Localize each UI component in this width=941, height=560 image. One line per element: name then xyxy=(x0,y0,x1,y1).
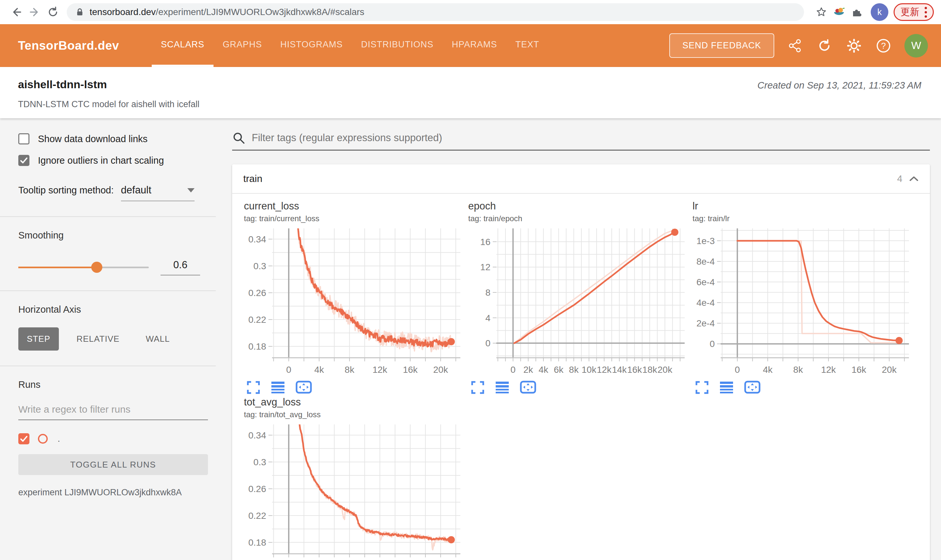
tab-text[interactable]: TEXT xyxy=(506,24,548,67)
forward-icon[interactable] xyxy=(26,3,44,21)
search-icon xyxy=(232,131,245,145)
settings-gear-icon[interactable] xyxy=(845,37,862,54)
fit-domain-icon[interactable] xyxy=(296,381,312,394)
extension-fruit-icon[interactable] xyxy=(830,3,848,21)
smoothing-value[interactable]: 0.6 xyxy=(160,259,200,275)
address-bar[interactable]: tensorboard.dev/experiment/LJI9MWUORLOw3… xyxy=(67,3,804,21)
back-icon[interactable] xyxy=(7,3,26,21)
svg-text:?: ? xyxy=(881,41,886,51)
send-feedback-button[interactable]: SEND FEEDBACK xyxy=(669,33,774,58)
charts-grid: current_loss tag: train/current_loss 04k… xyxy=(232,194,930,560)
tab-graphs[interactable]: GRAPHS xyxy=(213,24,271,67)
svg-text:18k: 18k xyxy=(642,365,657,375)
app-logo[interactable]: TensorBoard.dev xyxy=(18,39,119,52)
svg-text:16k: 16k xyxy=(627,365,642,375)
run-name: . xyxy=(57,434,60,444)
tag-group-header[interactable]: train 4 xyxy=(232,165,930,194)
chart-title: tot_avg_loss xyxy=(244,396,465,408)
browser-update-button[interactable]: 更新 xyxy=(893,3,934,21)
share-icon[interactable] xyxy=(787,37,804,54)
tab-distributions[interactable]: DISTRIBUTIONS xyxy=(352,24,443,67)
svg-text:16k: 16k xyxy=(852,365,867,375)
line-chart[interactable]: 04k8k12k16k20k0.180.220.260.30.34 xyxy=(241,420,465,560)
expand-icon[interactable] xyxy=(695,381,709,394)
chart-card-lr: lr tag: train/lr 04k8k12k16k20k02e-44e-4… xyxy=(689,200,913,394)
chart-tag: tag: train/lr xyxy=(693,214,913,223)
line-chart[interactable]: 04k8k12k16k20k0.180.220.260.30.34 xyxy=(241,225,465,378)
svg-text:14k: 14k xyxy=(612,365,627,375)
svg-text:10k: 10k xyxy=(582,365,597,375)
update-label: 更新 xyxy=(901,6,919,18)
experiment-created: Created on Sep 13, 2021, 11:59:23 AM xyxy=(757,80,921,91)
runs-regex-input[interactable] xyxy=(18,402,208,420)
tag-group-count: 4 xyxy=(897,174,902,184)
svg-text:8k: 8k xyxy=(569,365,579,375)
refresh-icon[interactable] xyxy=(44,3,62,21)
tag-filter xyxy=(232,131,930,151)
svg-text:8k: 8k xyxy=(345,365,355,375)
expand-icon[interactable] xyxy=(247,381,260,394)
reload-icon[interactable] xyxy=(816,37,833,54)
chart-card-tot_avg_loss: tot_avg_loss tag: train/tot_avg_loss 04k… xyxy=(241,396,465,560)
chevron-down-icon xyxy=(187,188,194,192)
tag-group-card: train 4 current_loss tag: train/current_… xyxy=(232,165,930,560)
slider-handle[interactable] xyxy=(91,262,102,273)
experiment-id-line: experiment LJI9MWUORLOw3jkdhxwk8A xyxy=(18,488,200,498)
svg-text:0.26: 0.26 xyxy=(248,484,267,494)
svg-text:12: 12 xyxy=(480,262,491,272)
account-avatar[interactable]: W xyxy=(904,34,928,57)
axis-option-wall[interactable]: WALL xyxy=(137,328,179,351)
chart-tag: tag: train/tot_avg_loss xyxy=(244,410,465,419)
smoothing-slider[interactable] xyxy=(18,267,149,268)
svg-text:4k: 4k xyxy=(538,365,549,375)
bookmark-star-icon[interactable] xyxy=(813,3,830,21)
puzzle-icon[interactable] xyxy=(848,3,865,21)
svg-text:0.18: 0.18 xyxy=(248,537,267,548)
toggle-all-runs-button[interactable]: TOGGLE ALL RUNS xyxy=(18,454,208,475)
svg-text:4k: 4k xyxy=(763,365,773,375)
svg-text:0.34: 0.34 xyxy=(248,430,267,440)
tooltip-sorting-select[interactable]: default xyxy=(121,184,194,201)
browser-profile-avatar[interactable]: k xyxy=(871,3,889,21)
runs-list-icon[interactable] xyxy=(719,381,734,394)
svg-text:8k: 8k xyxy=(793,365,803,375)
tab-scalars[interactable]: SCALARS xyxy=(152,24,213,67)
svg-text:8e-4: 8e-4 xyxy=(696,257,715,267)
chart-title: epoch xyxy=(468,200,689,212)
kebab-menu-icon[interactable] xyxy=(925,7,927,18)
fit-domain-icon[interactable] xyxy=(520,381,536,394)
run-color-circle-icon[interactable] xyxy=(38,434,48,444)
svg-text:4: 4 xyxy=(485,313,491,323)
tab-hparams[interactable]: HPARAMS xyxy=(443,24,506,67)
url-text: tensorboard.dev/experiment/LJI9MWUORLOw3… xyxy=(89,7,364,17)
runs-list-icon[interactable] xyxy=(271,381,285,394)
svg-text:6k: 6k xyxy=(554,365,564,375)
svg-text:0.3: 0.3 xyxy=(253,261,266,271)
fit-domain-icon[interactable] xyxy=(744,381,761,394)
chart-tag: tag: train/current_loss xyxy=(244,214,465,223)
axis-option-relative[interactable]: RELATIVE xyxy=(68,328,128,351)
ignore-outliers-checkbox[interactable]: Ignore outliers in chart scaling xyxy=(18,155,200,166)
chevron-up-icon[interactable] xyxy=(909,175,919,182)
expand-icon[interactable] xyxy=(471,381,484,394)
svg-text:0.22: 0.22 xyxy=(248,511,267,521)
runs-list-icon[interactable] xyxy=(495,381,509,394)
tab-histograms[interactable]: HISTOGRAMS xyxy=(271,24,352,67)
chart-tag: tag: train/epoch xyxy=(468,214,689,223)
line-chart[interactable]: 02k4k6k8k10k12k14k16k18k20k0481216 xyxy=(465,225,689,378)
experiment-title-bar: aishell-tdnn-lstm TDNN-LSTM CTC model fo… xyxy=(0,67,941,118)
show-download-links-checkbox[interactable]: Show data download links xyxy=(18,133,200,145)
svg-text:8: 8 xyxy=(485,288,491,298)
main-panel: train 4 current_loss tag: train/current_… xyxy=(216,118,941,560)
help-icon[interactable]: ? xyxy=(875,37,892,54)
axis-option-step[interactable]: STEP xyxy=(18,328,59,351)
experiment-description: TDNN-LSTM CTC model for aishell with ice… xyxy=(18,99,941,109)
checkbox-checked-icon[interactable] xyxy=(18,155,29,166)
svg-text:2e-4: 2e-4 xyxy=(696,318,715,328)
svg-text:4e-4: 4e-4 xyxy=(696,298,715,308)
line-chart[interactable]: 04k8k12k16k20k02e-44e-46e-48e-41e-3 xyxy=(689,225,913,378)
run-list-item[interactable]: . xyxy=(18,433,200,445)
tag-filter-input[interactable] xyxy=(252,132,930,144)
checkbox-icon[interactable] xyxy=(18,133,29,145)
run-checkbox-icon[interactable] xyxy=(18,433,29,445)
